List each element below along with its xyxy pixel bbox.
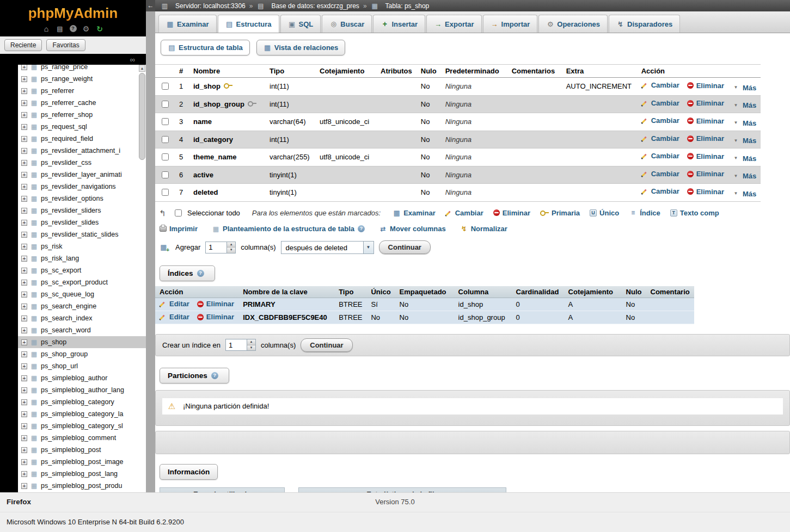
change-link[interactable]: Cambiar (641, 116, 679, 125)
tab-examinar[interactable]: Examinar (158, 15, 217, 33)
sidebar-item-ps-simpleblog-author[interactable]: +ps_simpleblog_author (18, 372, 146, 384)
expand-icon[interactable]: + (21, 351, 27, 357)
expand-icon[interactable]: + (21, 363, 27, 369)
expand-icon[interactable]: + (21, 160, 27, 166)
change-link[interactable]: Cambiar (641, 134, 679, 143)
create-index-count-input[interactable] (225, 339, 247, 351)
sidebar-item-ps-simpleblog-comment[interactable]: +ps_simpleblog_comment (18, 432, 146, 444)
create-index-go-button[interactable]: Continuar (301, 338, 352, 352)
sidebar-item-ps-simpleblog-category-la[interactable]: +ps_simpleblog_category_la (18, 408, 146, 420)
sidebar-item-ps-search-engine[interactable]: +ps_search_engine (18, 300, 146, 312)
sidebar-item-ps-revslider-attachment-i[interactable]: +ps_revslider_attachment_i (18, 145, 146, 157)
drop-index-link[interactable]: Eliminar (197, 313, 234, 321)
sidebar-item-ps-required-field[interactable]: +ps_required_field (18, 133, 146, 145)
tab-sql[interactable]: SQL (280, 15, 321, 33)
row-checkbox[interactable] (162, 101, 169, 108)
sidebar-item-ps-referrer-shop[interactable]: +ps_referrer_shop (18, 109, 146, 121)
expand-icon[interactable]: + (21, 447, 27, 453)
expand-icon[interactable]: + (21, 459, 27, 465)
sidebar-item-ps-request-sql[interactable]: +ps_request_sql (18, 121, 146, 133)
sidebar-item-ps-sc-export-product[interactable]: +ps_sc_export_product (18, 276, 146, 288)
subtab-vista-de-relaciones[interactable]: Vista de relaciones (256, 40, 346, 55)
change-link[interactable]: Cambiar (641, 81, 679, 89)
drop-link[interactable]: Eliminar (687, 188, 724, 196)
expand-icon[interactable]: + (21, 483, 27, 489)
sidebar-item-ps-risk[interactable]: +ps_risk (18, 240, 146, 252)
home-icon[interactable] (42, 25, 51, 33)
edit-index-link[interactable]: Editar (160, 313, 189, 321)
expand-icon[interactable]: + (21, 339, 27, 345)
sidebar-item-ps-simpleblog-post-image[interactable]: +ps_simpleblog_post_image (18, 456, 146, 468)
drop-link[interactable]: Eliminar (687, 82, 724, 90)
expand-icon[interactable]: + (21, 88, 27, 94)
edit-index-link[interactable]: Editar (160, 300, 189, 308)
spin-up-icon[interactable]: ▲ (247, 339, 255, 345)
marked-action-unico[interactable]: Único (590, 209, 619, 217)
row-checkbox[interactable] (162, 171, 169, 178)
tab-buscar[interactable]: Buscar (322, 15, 372, 33)
help-icon[interactable] (358, 225, 365, 232)
move-columns-link[interactable]: Mover columnas (379, 225, 446, 233)
sidebar-item-ps-simpleblog-post[interactable]: +ps_simpleblog_post (18, 444, 146, 456)
sidebar-item-ps-revslider-navigations[interactable]: +ps_revslider_navigations (18, 181, 146, 193)
refresh-icon[interactable] (96, 25, 104, 33)
sidebar-item-ps-range-weight[interactable]: +ps_range_weight (18, 73, 146, 85)
spin-up-icon[interactable]: ▲ (227, 242, 235, 248)
spin-down-icon[interactable]: ▼ (247, 345, 255, 351)
expand-icon[interactable]: + (21, 244, 27, 250)
row-checkbox[interactable] (162, 118, 169, 125)
sidebar-item-ps-referrer[interactable]: +ps_referrer (18, 85, 146, 97)
expand-icon[interactable]: + (21, 280, 27, 286)
expand-icon[interactable]: + (21, 387, 27, 393)
add-column-position-select[interactable]: después de deleted ▼ (281, 241, 374, 254)
drop-link[interactable]: Eliminar (687, 134, 724, 143)
scrollbar-thumb[interactable] (139, 73, 145, 160)
help-icon[interactable] (211, 372, 218, 379)
check-all-label[interactable]: Seleccionar todo (187, 209, 240, 217)
expand-icon[interactable]: + (21, 435, 27, 441)
sidebar-item-ps-shop-group[interactable]: +ps_shop_group (18, 348, 146, 360)
sidebar-item-ps-revslider-layer-animati[interactable]: +ps_revslider_layer_animati (18, 169, 146, 181)
add-column-count-input[interactable] (205, 242, 227, 253)
expand-icon[interactable]: + (21, 172, 27, 178)
sidebar-item-ps-revslider-slides[interactable]: +ps_revslider_slides (18, 216, 146, 228)
spinner-buttons[interactable]: ▲▼ (247, 339, 256, 351)
change-link[interactable]: Cambiar (641, 187, 679, 195)
change-link[interactable]: Cambiar (641, 152, 679, 160)
add-column-go-button[interactable]: Continuar (379, 240, 431, 254)
collapse-navigation-arrow[interactable]: ← (146, 0, 155, 11)
sidebar-item-ps-simpleblog-category-sl[interactable]: +ps_simpleblog_category_sl (18, 420, 146, 432)
expand-icon[interactable]: + (21, 196, 27, 202)
expand-icon[interactable]: + (21, 375, 27, 381)
sidebar-item-ps-range-price[interactable]: +ps_range_price (18, 65, 146, 73)
marked-action-texto-comp[interactable]: Texto comp (670, 209, 719, 217)
settings-icon[interactable] (82, 25, 90, 33)
expand-icon[interactable]: + (21, 232, 27, 238)
row-checkbox[interactable] (162, 83, 169, 90)
expand-icon[interactable]: + (21, 124, 27, 130)
row-checkbox[interactable] (162, 136, 169, 143)
tab-estructura[interactable]: Estructura (218, 15, 279, 33)
drop-link[interactable]: Eliminar (687, 99, 724, 107)
sidebar-item-ps-shop[interactable]: +ps_shop (18, 336, 146, 348)
favorite-tables-button[interactable]: Favoritas (46, 39, 85, 51)
sidebar-item-ps-simpleblog-category[interactable]: +ps_simpleblog_category (18, 396, 146, 408)
sidebar-item-ps-revslider-sliders[interactable]: +ps_revslider_sliders (18, 205, 146, 216)
more-link[interactable]: Más (732, 119, 756, 127)
expand-icon[interactable]: + (21, 304, 27, 310)
print-link[interactable]: Imprimir (160, 225, 198, 233)
marked-action-cambiar[interactable]: Cambiar (445, 209, 483, 217)
row-checkbox[interactable] (162, 189, 169, 196)
propose-structure-link[interactable]: Planteamiento de la estructura de tabla (212, 225, 365, 233)
drop-index-link[interactable]: Eliminar (197, 300, 234, 308)
expand-icon[interactable]: + (21, 423, 27, 429)
tab-exportar[interactable]: Exportar (426, 15, 481, 33)
tab-importar[interactable]: Importar (483, 15, 538, 33)
expand-icon[interactable]: + (21, 399, 27, 405)
expand-icon[interactable]: + (21, 100, 27, 106)
expand-icon[interactable]: + (21, 76, 27, 82)
normalize-link[interactable]: Normalizar (460, 225, 507, 233)
sidebar-item-ps-referrer-cache[interactable]: +ps_referrer_cache (18, 97, 146, 109)
docs-icon[interactable] (56, 25, 64, 33)
change-link[interactable]: Cambiar (641, 170, 679, 178)
